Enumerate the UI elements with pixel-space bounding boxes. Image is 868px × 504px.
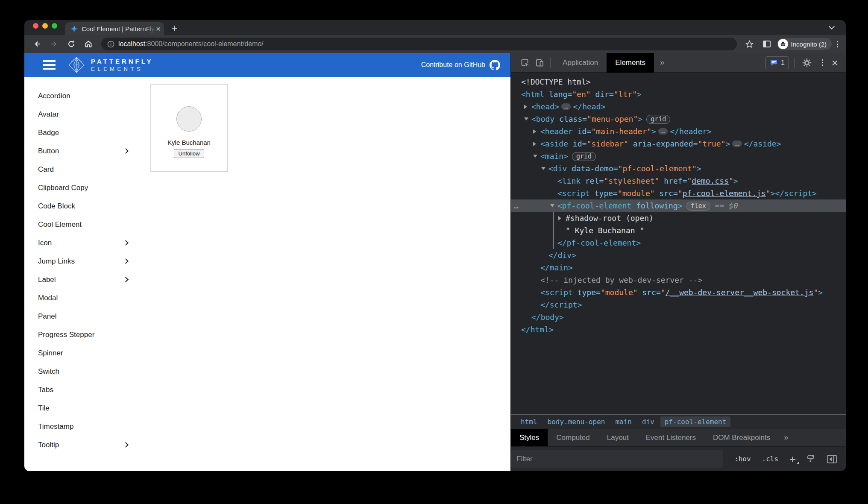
bookmark-star-icon[interactable] [743, 37, 757, 51]
sidebar-item-progress-stepper[interactable]: Progress Stepper [24, 325, 142, 344]
breadcrumb-div[interactable]: div [638, 416, 659, 427]
panel-tab-layout[interactable]: Layout [598, 429, 637, 446]
rendering-emulation-icon[interactable] [806, 454, 816, 464]
expander-open-icon[interactable] [541, 167, 545, 170]
dom-tree-line[interactable]: #shadow-root (open) [511, 212, 846, 224]
sidebar-item-spinner[interactable]: Spinner [24, 344, 142, 362]
toggle-pseudo-classes-button[interactable]: :hov [734, 455, 751, 463]
breadcrumb-pf-cool-element[interactable]: pf-cool-element [660, 416, 731, 427]
dom-tree-line[interactable]: </html> [511, 323, 846, 336]
collapsed-children-ellipsis[interactable]: … [658, 128, 668, 135]
dom-tree-line[interactable]: <link rel="stylesheet" href="demo.css"> [511, 175, 846, 187]
incognito-badge[interactable]: Incognito (2) [777, 38, 832, 50]
devtools-tab-application[interactable]: Application [554, 53, 607, 73]
unfollow-button[interactable]: Unfollow [174, 149, 205, 158]
dom-tree-line[interactable]: " Kyle Buchanan " [511, 224, 846, 237]
back-button[interactable] [30, 37, 44, 51]
tab-search-chevron-icon[interactable] [830, 24, 834, 29]
inspect-element-icon[interactable] [518, 56, 532, 70]
sidebar-item-accordion[interactable]: Accordion [24, 87, 142, 105]
menu-toggle-icon[interactable] [43, 60, 56, 70]
dom-tree-line[interactable]: </script> [511, 299, 846, 311]
dom-tree-line[interactable]: <main>grid [511, 150, 846, 162]
breadcrumb-html[interactable]: html [516, 416, 542, 427]
contribute-link[interactable]: Contribute on GitHub [421, 60, 500, 70]
expander-closed-icon[interactable] [533, 142, 536, 146]
layout-adorner-badge[interactable]: grid [572, 152, 596, 161]
home-button[interactable] [82, 37, 95, 51]
maximize-window-button[interactable] [52, 23, 57, 29]
console-messages-badge[interactable]: 1 [765, 56, 789, 69]
more-panel-tabs-icon[interactable]: » [779, 429, 792, 446]
dom-tree-line[interactable]: <script type="module" src="pf-cool-eleme… [511, 187, 846, 199]
panel-tab-event-listeners[interactable]: Event Listeners [637, 429, 704, 446]
sidebar-item-switch[interactable]: Switch [24, 362, 142, 381]
dom-tree-line[interactable]: </div> [511, 249, 846, 261]
expander-open-icon[interactable] [533, 155, 537, 158]
sidebar-item-label[interactable]: Label [24, 270, 142, 289]
collapsed-children-ellipsis[interactable]: … [732, 141, 742, 147]
url-bar[interactable]: localhost:8000/components/cool-element/d… [101, 38, 737, 50]
panel-tab-computed[interactable]: Computed [548, 429, 598, 446]
layout-adorner-badge[interactable]: grid [646, 115, 670, 124]
close-window-button[interactable] [33, 23, 38, 29]
sidebar-item-button[interactable]: Button [24, 142, 142, 160]
breadcrumb-body-menu-open[interactable]: body.menu-open [543, 416, 610, 427]
expander-closed-icon[interactable] [524, 105, 527, 109]
dock-styles-sidebar-icon[interactable] [827, 454, 837, 464]
dom-tree-line[interactable]: <aside id="sidebar" aria-expanded="true"… [511, 138, 846, 150]
sidebar-item-jump-links[interactable]: Jump Links [24, 252, 142, 270]
minimize-window-button[interactable] [42, 23, 48, 29]
browser-tab[interactable]: Cool Element | PatternFly Elem × [65, 22, 164, 35]
panel-tab-dom-breakpoints[interactable]: DOM Breakpoints [704, 429, 779, 446]
sidebar-item-cool-element[interactable]: Cool Element [24, 215, 142, 234]
sidebar-item-clipboard-copy[interactable]: Clipboard Copy [24, 179, 142, 197]
devtools-tab-elements[interactable]: Elements [607, 53, 654, 73]
device-toolbar-icon[interactable] [532, 56, 547, 70]
dom-tree-line[interactable]: <script type="module" src="/__web-dev-se… [511, 286, 846, 299]
dom-tree-line[interactable]: <div data-demo="pf-cool-element"> [511, 162, 846, 175]
new-style-rule-button[interactable]: + [789, 454, 796, 465]
dom-tree-line[interactable]: <body class="menu-open">grid [511, 113, 846, 125]
sidebar-item-timestamp[interactable]: Timestamp [24, 417, 142, 436]
dom-tree-line[interactable]: <header id="main-header">…</header> [511, 125, 846, 138]
expander-closed-icon[interactable] [533, 129, 536, 134]
expander-closed-icon[interactable] [558, 216, 561, 220]
dom-tree-line[interactable]: <!DOCTYPE html> [511, 76, 846, 88]
sidebar-item-code-block[interactable]: Code Block [24, 197, 142, 215]
sidebar-item-icon[interactable]: Icon [24, 234, 142, 252]
sidebar-item-card[interactable]: Card [24, 160, 142, 179]
sidebar-item-tooltip[interactable]: Tooltip [24, 436, 142, 454]
more-tabs-icon[interactable]: » [654, 58, 669, 67]
side-panel-icon[interactable] [760, 37, 774, 51]
breadcrumb-main[interactable]: main [611, 416, 636, 427]
dom-tree-line[interactable]: <head>…</head> [511, 100, 846, 113]
sidebar-item-tile[interactable]: Tile [24, 399, 142, 417]
layout-adorner-badge[interactable]: flex [686, 202, 710, 211]
sidebar-item-modal[interactable]: Modal [24, 289, 142, 307]
brand[interactable]: PATTERNFLY ELEMENTS [67, 56, 153, 74]
browser-menu-icon[interactable] [835, 41, 840, 47]
dom-tree-line[interactable]: </pf-cool-element> [511, 237, 846, 249]
sidebar-item-badge[interactable]: Badge [24, 123, 142, 142]
site-info-icon[interactable] [107, 41, 114, 48]
expander-open-icon[interactable] [550, 204, 554, 207]
new-tab-button[interactable]: + [172, 23, 177, 33]
devtools-settings-icon[interactable] [800, 56, 814, 70]
styles-filter-input[interactable]: Filter [511, 450, 723, 468]
toggle-element-classes-button[interactable]: .cls [762, 455, 779, 463]
reload-button[interactable] [65, 37, 78, 51]
devtools-menu-icon[interactable] [820, 59, 825, 66]
dom-tree-line[interactable]: <!-- injected by web-dev-server --> [511, 274, 846, 286]
dom-tree-line[interactable]: …<pf-cool-element following>flex == $0 [511, 199, 846, 212]
dom-tree-line[interactable]: </main> [511, 261, 846, 274]
collapsed-children-ellipsis[interactable]: … [561, 103, 571, 110]
dom-tree-line[interactable]: <html lang="en" dir="ltr"> [511, 88, 846, 100]
tab-close-icon[interactable]: × [156, 25, 161, 33]
sidebar-item-avatar[interactable]: Avatar [24, 105, 142, 123]
expander-open-icon[interactable] [524, 117, 528, 120]
devtools-close-icon[interactable]: × [831, 57, 839, 68]
node-options-ellipsis[interactable]: … [514, 199, 519, 212]
sidebar-item-tabs[interactable]: Tabs [24, 381, 142, 399]
sidebar-item-panel[interactable]: Panel [24, 307, 142, 325]
